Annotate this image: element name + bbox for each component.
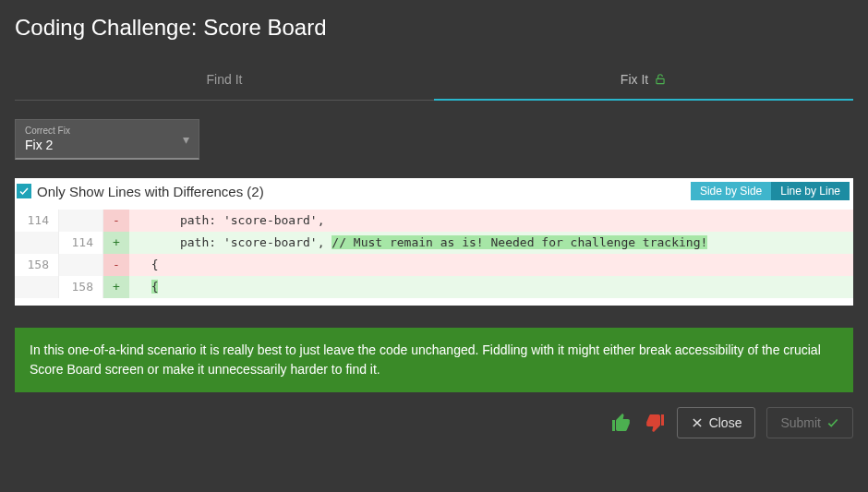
correct-fix-dropdown[interactable]: Correct Fix Fix 2 ▾	[15, 119, 199, 160]
view-side-by-side[interactable]: Side by Side	[691, 182, 771, 200]
submit-button[interactable]: Submit	[766, 407, 853, 438]
diff-sign: -	[103, 210, 129, 232]
code-line: {	[129, 254, 853, 276]
checkbox-checked-icon	[17, 184, 31, 198]
check-icon	[826, 416, 839, 429]
new-line-number	[59, 254, 103, 276]
close-icon	[691, 416, 704, 429]
diff-row: 114- path: 'score-board',	[15, 210, 853, 232]
only-diff-label: Only Show Lines with Differences (2)	[37, 184, 264, 199]
code-line: path: 'score-board', // Must remain as i…	[129, 232, 853, 254]
tab-fix-it[interactable]: Fix It	[434, 63, 853, 100]
old-line-number	[15, 232, 59, 254]
tab-find-it[interactable]: Find It	[15, 63, 434, 100]
diff-sign: +	[103, 232, 129, 254]
close-label: Close	[709, 415, 742, 430]
info-message: In this one-of-a-kind scenario it is rea…	[15, 328, 853, 392]
diff-row: 158+ {	[15, 276, 853, 298]
diff-sign: +	[103, 276, 129, 298]
svg-rect-0	[657, 78, 664, 83]
only-diff-toggle[interactable]: Only Show Lines with Differences (2)	[17, 184, 264, 199]
thumbs-down-icon[interactable]	[644, 412, 666, 434]
tab-fix-label: Fix It	[621, 72, 648, 87]
submit-label: Submit	[780, 415, 821, 430]
action-bar: Close Submit	[15, 407, 853, 438]
diff-panel: Only Show Lines with Differences (2) Sid…	[15, 178, 853, 306]
view-line-by-line[interactable]: Line by Line	[771, 182, 850, 200]
chevron-down-icon: ▾	[183, 132, 189, 147]
new-line-number: 114	[59, 232, 103, 254]
diff-row: 158- {	[15, 254, 853, 276]
view-mode-toggle: Side by Side Line by Line	[691, 182, 850, 200]
unlock-icon	[654, 73, 667, 86]
thumbs-up-icon[interactable]	[610, 412, 633, 434]
old-line-number	[15, 276, 59, 298]
new-line-number: 158	[59, 276, 103, 298]
code-line: path: 'score-board',	[129, 210, 853, 232]
code-line: {	[129, 276, 853, 298]
diff-body: 114- path: 'score-board',114+ path: 'sco…	[15, 210, 853, 298]
old-line-number: 158	[15, 254, 59, 276]
close-button[interactable]: Close	[677, 407, 756, 438]
diff-row: 114+ path: 'score-board', // Must remain…	[15, 232, 853, 254]
old-line-number: 114	[15, 210, 59, 232]
page-title: Coding Challenge: Score Board	[15, 15, 853, 41]
tabs: Find It Fix It	[15, 63, 853, 101]
new-line-number	[59, 210, 103, 232]
dropdown-label: Correct Fix	[25, 126, 165, 136]
dropdown-value: Fix 2	[25, 138, 165, 152]
tab-find-label: Find It	[207, 72, 243, 87]
diff-sign: -	[103, 254, 129, 276]
